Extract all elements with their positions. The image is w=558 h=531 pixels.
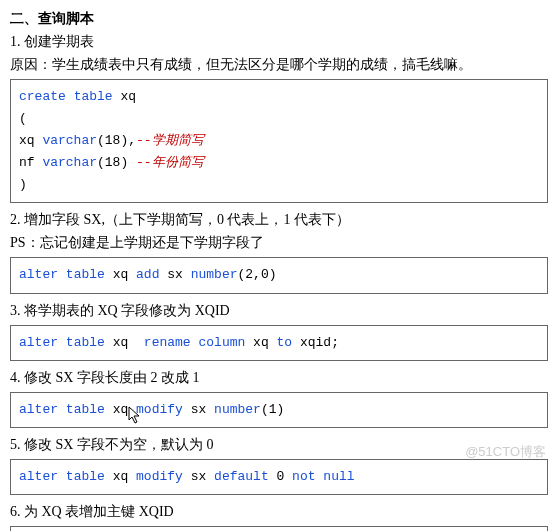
item1-reason: 原因：学生成绩表中只有成绩，但无法区分是哪个学期的成绩，搞毛线嘛。 (10, 54, 548, 75)
item1-title: 1. 创建学期表 (10, 31, 548, 52)
code-block-2: alter table xq add sx number(2,0) (10, 257, 548, 293)
code-line: ( (19, 108, 539, 130)
code-block-5: alter table xq modify sx default 0 not n… (10, 459, 548, 495)
code-line: xq varchar(18),--学期简写 (19, 130, 539, 152)
item2-ps: PS：忘记创建是上学期还是下学期字段了 (10, 232, 548, 253)
code-block-3: alter table xq rename column xq to xqid; (10, 325, 548, 361)
code-block-6: ALTER TABLE xq ADD CONSTRAINT xqid PRIMA… (10, 526, 548, 531)
code-line: alter table xq rename column xq to xqid; (19, 332, 539, 354)
code-line: nf varchar(18) --年份简写 (19, 152, 539, 174)
section-heading: 二、查询脚本 (10, 8, 548, 29)
item3-title: 3. 将学期表的 XQ 字段修改为 XQID (10, 300, 548, 321)
code-block-1: create table xq ( xq varchar(18),--学期简写 … (10, 79, 548, 203)
item6-title: 6. 为 XQ 表增加主键 XQID (10, 501, 548, 522)
item4-title: 4. 修改 SX 字段长度由 2 改成 1 (10, 367, 548, 388)
code-block-4: alter table xq modify sx number(1) (10, 392, 548, 428)
code-line: alter table xq modify sx number(1) (19, 399, 539, 421)
code-line: ) (19, 174, 539, 196)
item2-title: 2. 增加字段 SX,（上下学期简写，0 代表上，1 代表下） (10, 209, 548, 230)
code-line: create table xq (19, 86, 539, 108)
code-line: alter table xq modify sx default 0 not n… (19, 466, 539, 488)
code-line: alter table xq add sx number(2,0) (19, 264, 539, 286)
item5-title: 5. 修改 SX 字段不为空，默认为 0 (10, 434, 548, 455)
